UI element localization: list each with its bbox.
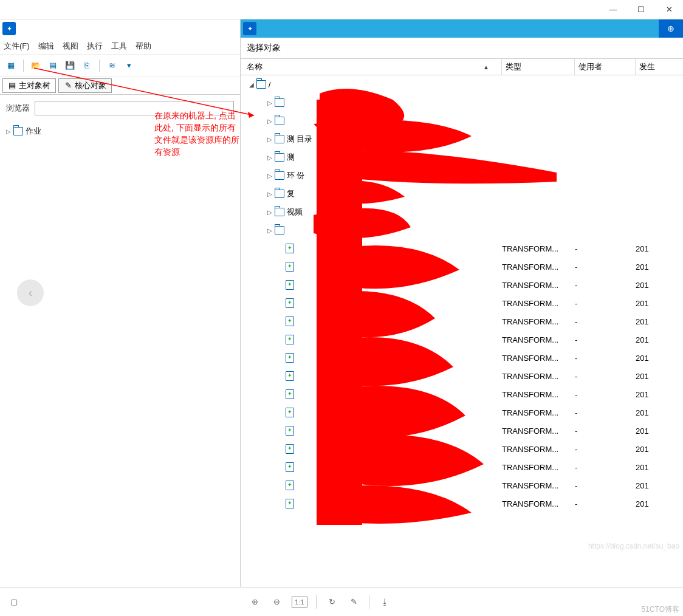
folder-row[interactable]: ▷ 测 bbox=[241, 148, 683, 166]
file-row[interactable]: TRANSFORM...-201 bbox=[241, 458, 683, 476]
file-row[interactable]: TRANSFORM...-201 bbox=[241, 476, 683, 495]
tree-item-label: 作业 bbox=[26, 126, 41, 137]
folder-row[interactable]: ▷ 复 bbox=[241, 185, 683, 203]
folder-row[interactable]: ▷ bbox=[241, 94, 683, 112]
layout-icon[interactable]: ▢ bbox=[7, 595, 21, 609]
file-row[interactable]: TRANSFORM...-201 bbox=[241, 367, 683, 385]
zoom-reset-button[interactable]: 1:1 bbox=[292, 597, 307, 607]
edit-icon[interactable]: ✎ bbox=[347, 595, 360, 609]
file-row[interactable]: TRANSFORM...-201 bbox=[241, 495, 683, 513]
expander-icon[interactable]: ▷ bbox=[267, 136, 275, 143]
dropdown-icon[interactable]: ▾ bbox=[123, 60, 135, 72]
list-icon[interactable]: ▤ bbox=[47, 60, 59, 72]
folder-icon bbox=[275, 153, 284, 162]
close-button[interactable]: ✕ bbox=[655, 0, 683, 19]
transformation-file-icon bbox=[286, 481, 294, 490]
transformation-file-icon bbox=[286, 371, 294, 381]
menu-file[interactable]: 文件(F) bbox=[4, 41, 30, 52]
folder-row[interactable]: ▷ 测 目录 bbox=[241, 130, 683, 148]
file-row[interactable]: TRANSFORM...-201 bbox=[241, 294, 683, 312]
file-row[interactable]: TRANSFORM...-201 bbox=[241, 440, 683, 458]
menu-edit[interactable]: 编辑 bbox=[38, 41, 54, 52]
left-pane: ✦ 文件(F) 编辑 视图 执行 工具 帮助 ▦ 📂 ▤ 💾 ⎘ ≋ ▾ ▤ 主… bbox=[0, 19, 240, 587]
transformation-file-icon bbox=[286, 298, 294, 308]
layers-icon[interactable]: ≋ bbox=[106, 60, 118, 72]
menu-help[interactable]: 帮助 bbox=[136, 41, 151, 52]
left-tabs: ▤ 主对象树 ✎ 核心对象 bbox=[0, 77, 240, 95]
transformation-file-icon bbox=[286, 426, 294, 436]
folder-icon bbox=[256, 80, 266, 89]
file-row[interactable]: TRANSFORM...-201 bbox=[241, 349, 683, 367]
file-row[interactable]: TRANSFORM...-201 bbox=[241, 239, 683, 258]
column-name[interactable]: 名称 ▲ bbox=[241, 59, 502, 75]
annotation-text: 在原来的机器上, 点击此处, 下面显示的所有文件就是该资源库的所有资源 bbox=[154, 109, 239, 158]
dialog-pane: ✦ ⊕ 选择对象 名称 ▲ 类型 使用者 发生 ◢ /▷ ▷ ▷ 测 目录▷ 测… bbox=[240, 19, 683, 587]
toolbar: ▦ 📂 ▤ 💾 ⎘ ≋ ▾ bbox=[0, 55, 240, 77]
transformation-file-icon bbox=[286, 280, 294, 290]
transformation-file-icon bbox=[286, 262, 294, 272]
tree-root-row[interactable]: ◢ / bbox=[241, 75, 683, 94]
window-titlebar: — ☐ ✕ bbox=[0, 0, 683, 19]
folder-icon bbox=[13, 127, 23, 135]
file-row[interactable]: TRANSFORM...-201 bbox=[241, 385, 683, 403]
zoom-out-icon[interactable]: ⊖ bbox=[270, 595, 283, 609]
file-row[interactable]: TRANSFORM...-201 bbox=[241, 312, 683, 330]
transformation-file-icon bbox=[286, 353, 294, 363]
file-row[interactable]: TRANSFORM...-201 bbox=[241, 258, 683, 276]
nav-back-button[interactable]: ‹ bbox=[17, 279, 44, 306]
transformation-file-icon bbox=[286, 317, 294, 326]
expander-icon[interactable]: ▷ bbox=[267, 173, 275, 179]
folder-icon bbox=[275, 226, 284, 234]
menubar: 文件(F) 编辑 视图 执行 工具 帮助 bbox=[0, 38, 240, 55]
tab-main-tree[interactable]: ▤ 主对象树 bbox=[2, 78, 56, 93]
folder-row[interactable]: ▷ 环 份 bbox=[241, 166, 683, 185]
transformation-file-icon bbox=[286, 408, 294, 417]
expander-icon[interactable]: ▷ bbox=[267, 154, 275, 161]
download-icon[interactable]: ⭳ bbox=[378, 595, 391, 609]
expander-icon[interactable]: ▷ bbox=[267, 227, 275, 234]
transformation-file-icon bbox=[286, 335, 294, 344]
folder-icon bbox=[275, 98, 284, 107]
menu-tools[interactable]: 工具 bbox=[111, 41, 127, 52]
save-icon[interactable]: 💾 bbox=[64, 60, 76, 72]
dialog-title: 选择对象 bbox=[241, 38, 683, 58]
transformation-file-icon bbox=[286, 389, 294, 399]
new-icon[interactable]: ▦ bbox=[5, 60, 17, 72]
column-user[interactable]: 使用者 bbox=[575, 59, 636, 75]
tree-expander-icon[interactable]: ▷ bbox=[6, 128, 11, 135]
minimize-button[interactable]: — bbox=[599, 0, 627, 19]
tree-icon: ▤ bbox=[8, 81, 16, 90]
menu-view[interactable]: 视图 bbox=[63, 41, 78, 52]
folder-icon bbox=[275, 190, 284, 198]
browser-label: 浏览器 bbox=[6, 103, 30, 114]
zoom-in-icon[interactable]: ⊕ bbox=[248, 595, 261, 609]
folder-row[interactable]: ▷ bbox=[241, 221, 683, 239]
expander-icon[interactable]: ▷ bbox=[267, 100, 275, 106]
folder-row[interactable]: ▷ bbox=[241, 112, 683, 130]
folder-icon bbox=[275, 117, 284, 125]
transformation-file-icon bbox=[286, 244, 294, 253]
expander-icon[interactable]: ◢ bbox=[249, 81, 256, 88]
file-row[interactable]: TRANSFORM...-201 bbox=[241, 403, 683, 422]
pencil-icon: ✎ bbox=[64, 81, 72, 90]
menu-run[interactable]: 执行 bbox=[87, 41, 103, 52]
tab-core[interactable]: ✎ 核心对象 bbox=[58, 78, 112, 93]
column-date[interactable]: 发生 bbox=[636, 59, 683, 75]
dialog-tab-icon[interactable]: ⊕ bbox=[659, 19, 683, 38]
transformation-file-icon bbox=[286, 499, 294, 508]
file-row[interactable]: TRANSFORM...-201 bbox=[241, 422, 683, 440]
table-body: ◢ /▷ ▷ ▷ 测 目录▷ 测▷ 环 份▷ 复▷ 视频▷ TRANSFORM.… bbox=[241, 75, 683, 587]
folder-icon bbox=[275, 208, 284, 216]
open-icon[interactable]: 📂 bbox=[30, 60, 42, 72]
maximize-button[interactable]: ☐ bbox=[627, 0, 655, 19]
expander-icon[interactable]: ▷ bbox=[267, 191, 275, 197]
refresh-icon[interactable]: ↻ bbox=[325, 595, 338, 609]
folder-row[interactable]: ▷ 视频 bbox=[241, 203, 683, 221]
column-type[interactable]: 类型 bbox=[502, 59, 575, 75]
expander-icon[interactable]: ▷ bbox=[267, 118, 275, 125]
expander-icon[interactable]: ▷ bbox=[267, 209, 275, 216]
saveas-icon[interactable]: ⎘ bbox=[81, 60, 93, 72]
dialog-app-icon: ✦ bbox=[243, 22, 256, 35]
file-row[interactable]: TRANSFORM...-201 bbox=[241, 276, 683, 294]
file-row[interactable]: TRANSFORM...-201 bbox=[241, 330, 683, 349]
